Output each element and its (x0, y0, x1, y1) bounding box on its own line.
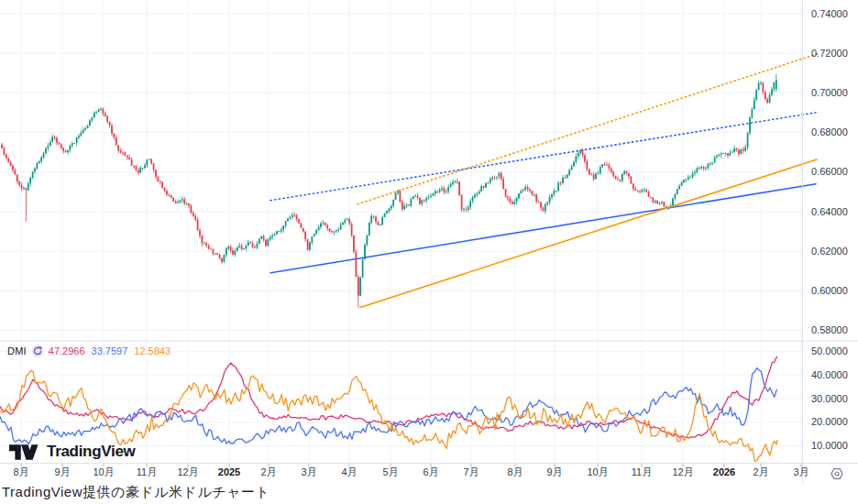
dmi-adx-value: 47.2966 (49, 345, 85, 356)
tradingview-logo-icon (9, 444, 41, 461)
indicator-values: 47.2966 33.7597 12.5843 (49, 345, 170, 356)
chart-canvas[interactable] (0, 0, 858, 484)
axis-settings-gear-icon[interactable] (830, 466, 844, 481)
tradingview-logo-text: TradingView (47, 443, 136, 461)
dmi-legend: DMI 47.2966 33.7597 12.5843 (7, 344, 170, 357)
indicator-loading-icon (31, 345, 44, 357)
chart-caption[interactable]: TradingView提供の豪ドル米ドルチャート (2, 484, 270, 501)
tradingview-chart-widget: 0.740000.720000.700000.680000.660000.640… (0, 0, 858, 504)
tradingview-logo[interactable]: TradingView (9, 443, 136, 461)
dmi-plus-di-value: 33.7597 (92, 345, 128, 356)
dmi-minus-di-value: 12.5843 (134, 345, 170, 356)
indicator-name[interactable]: DMI (7, 345, 27, 356)
